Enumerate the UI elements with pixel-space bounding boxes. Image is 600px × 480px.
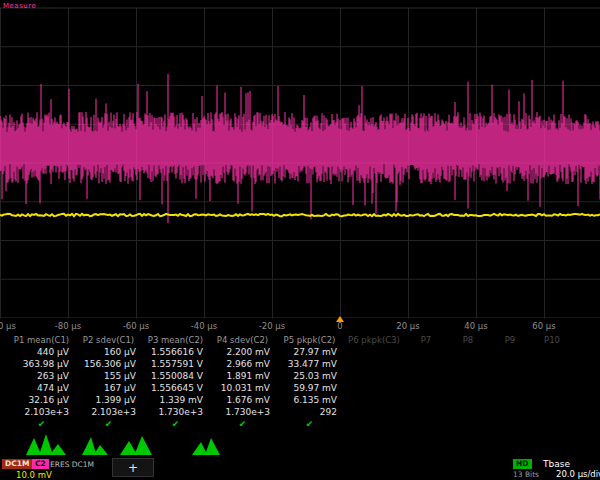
measure-value: 263 µV [8, 370, 75, 382]
measure-value: 1.676 mV [209, 394, 276, 406]
waveform-display[interactable]: Measure [0, 0, 600, 318]
measure-value: 6.135 mV [276, 394, 343, 406]
measure-header[interactable]: P7 [405, 334, 447, 346]
measure-value: 1.891 mV [209, 370, 276, 382]
measure-header[interactable]: P2 sdev(C1) [75, 334, 142, 346]
time-axis-label: -60 µs [123, 321, 149, 331]
measure-value: 1.399 µV [75, 394, 142, 406]
measurement-table: P1 mean(C1)P2 sdev(C1)P3 mean(C2)P4 sdev… [8, 334, 600, 430]
table-row: 263 µV155 µV1.550084 V1.891 mV25.03 mV [8, 370, 600, 382]
measure-histicons [0, 429, 600, 457]
measure-value: 2.200 mV [209, 346, 276, 358]
time-axis-label: -20 µs [259, 321, 285, 331]
measure-header[interactable]: P10 [531, 334, 573, 346]
channel-c1-coupling-chip[interactable]: DC1M [2, 459, 32, 469]
table-row: 32.16 µV1.399 µV1.339 mV1.676 mV6.135 mV [8, 394, 600, 406]
time-axis-label: 60 µs [532, 321, 555, 331]
histicons-canvas [0, 429, 600, 457]
measure-value: 160 µV [75, 346, 142, 358]
measure-value: 440 µV [8, 346, 75, 358]
measure-value: 1.339 mV [142, 394, 209, 406]
histicon [192, 438, 220, 455]
hd-bits-label: 13 Bits [513, 470, 539, 479]
top-left-annotation: Measure [3, 2, 36, 10]
measure-value: 59.97 mV [276, 382, 343, 394]
measure-header[interactable]: P5 pkpk(C2) [276, 334, 343, 346]
measure-value: 1.550084 V [142, 370, 209, 382]
time-axis-label: -100 µs [0, 321, 16, 331]
plot-canvas[interactable] [0, 0, 600, 318]
histicon [26, 434, 66, 455]
measure-value: 1.730e+3 [142, 406, 209, 418]
time-axis: -100 µs-80 µs-60 µs-40 µs-20 µs020 µs40 … [0, 319, 600, 333]
time-axis-label: -40 µs [191, 321, 217, 331]
measure-value: 363.98 µV [8, 358, 75, 370]
measure-value: 10.031 mV [209, 382, 276, 394]
measure-value: 155 µV [75, 370, 142, 382]
table-row: 363.98 µV156.306 µV1.557591 V2.966 mV33.… [8, 358, 600, 370]
measure-value: 25.03 mV [276, 370, 343, 382]
measure-value: 33.477 mV [276, 358, 343, 370]
measure-header[interactable]: P6 pkpk(C3) [343, 334, 405, 346]
measure-value: 167 µV [75, 382, 142, 394]
measure-value: 2.103e+3 [8, 406, 75, 418]
plus-icon: + [128, 461, 138, 475]
c1-trace[interactable] [0, 214, 600, 216]
measure-value: 1.556645 V [142, 382, 209, 394]
channel-c2-coupling[interactable]: ERES DC1M [50, 460, 94, 469]
table-row: 440 µV160 µV1.556616 V2.200 mV27.97 mV [8, 346, 600, 358]
measure-header[interactable]: P9 [489, 334, 531, 346]
measure-header[interactable]: P4 sdev(C2) [209, 334, 276, 346]
measure-value: 2.966 mV [209, 358, 276, 370]
channel-c1-scale[interactable]: 10.0 mV [16, 470, 52, 480]
timebase-descriptor[interactable]: Tbase [543, 459, 570, 469]
measure-value: 1.556616 V [142, 346, 209, 358]
measure-header[interactable]: P1 mean(C1) [8, 334, 75, 346]
measure-value: 2.103e+3 [75, 406, 142, 418]
measure-value: 32.16 µV [8, 394, 75, 406]
histicon [120, 436, 152, 455]
add-trace-button[interactable]: + [112, 458, 154, 477]
descriptor-bar: DC1M 10.0 mV C2 ERES DC1M + HD Tbase 13 … [0, 457, 600, 480]
table-row: 474 µV167 µV1.556645 V10.031 mV59.97 mV [8, 382, 600, 394]
table-row: 2.103e+32.103e+31.730e+31.730e+3292 [8, 406, 600, 418]
hd-mode-badge[interactable]: HD [513, 459, 532, 469]
measure-value: 1.730e+3 [209, 406, 276, 418]
measure-value: 474 µV [8, 382, 75, 394]
histicon [82, 437, 108, 455]
time-axis-label: 0 [337, 321, 342, 331]
measure-header[interactable]: P3 mean(C2) [142, 334, 209, 346]
measure-value: 292 [276, 406, 343, 418]
measure-header[interactable]: P8 [447, 334, 489, 346]
oscilloscope-screen: Measure -100 µs-80 µs-60 µs-40 µs-20 µs0… [0, 0, 600, 480]
time-axis-label: 20 µs [396, 321, 419, 331]
c2-trace[interactable] [0, 74, 600, 223]
measure-value: 156.306 µV [75, 358, 142, 370]
channel-c2-chip[interactable]: C2 [32, 459, 49, 469]
time-axis-label: 40 µs [464, 321, 487, 331]
measure-value: 27.97 mV [276, 346, 343, 358]
timebase-scale: 20.0 µs/div [556, 469, 600, 479]
measure-value: 1.557591 V [142, 358, 209, 370]
time-axis-label: -80 µs [55, 321, 81, 331]
